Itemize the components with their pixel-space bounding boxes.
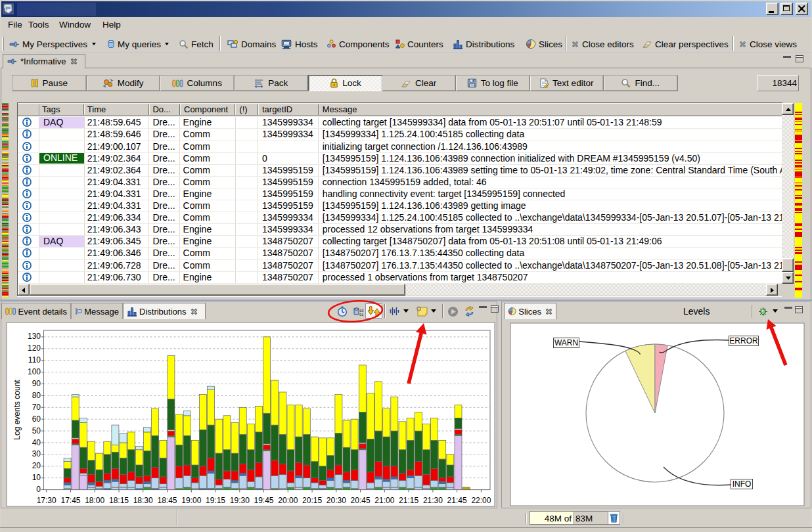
svg-text:01: 01 [359,313,364,317]
